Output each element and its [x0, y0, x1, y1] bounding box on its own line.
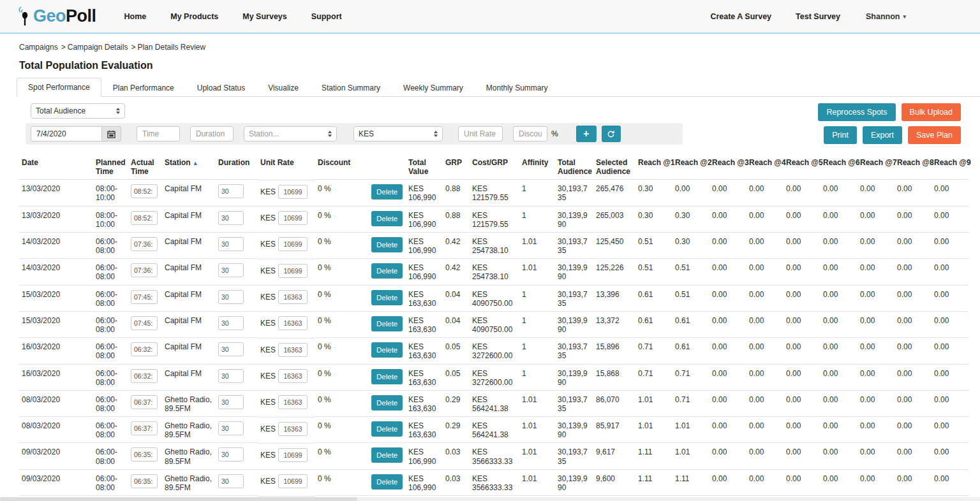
column-header-reach_5[interactable]: Reach @5 — [783, 155, 820, 180]
unit-rate-input[interactable] — [278, 211, 308, 225]
actual-time-input[interactable] — [131, 211, 158, 225]
audience-select[interactable]: Total Audience — [31, 103, 125, 119]
unit-rate-input[interactable] — [278, 237, 308, 251]
refresh-button[interactable] — [602, 126, 621, 142]
duration-input[interactable] — [218, 395, 244, 409]
actual-time-input[interactable] — [131, 395, 158, 409]
column-header-planned[interactable]: Planned Time — [93, 155, 128, 180]
actual-time-input[interactable] — [131, 342, 158, 356]
column-header-grp[interactable]: GRP — [443, 155, 470, 180]
duration-input[interactable] — [218, 342, 244, 356]
duration-input[interactable] — [218, 237, 244, 251]
duration-input[interactable] — [218, 316, 244, 330]
delete-button[interactable]: Delete — [371, 237, 403, 252]
breadcrumb-link-campaigns[interactable]: Campaigns — [19, 43, 58, 52]
save-plan-button[interactable]: Save Plan — [908, 126, 961, 144]
nav-item-test-survey[interactable]: Test Survey — [796, 12, 840, 21]
nav-item-home[interactable]: Home — [124, 12, 147, 21]
delete-button[interactable]: Delete — [371, 184, 403, 200]
duration-input[interactable] — [218, 421, 244, 435]
column-header-reach_8[interactable]: Reach @8 — [895, 155, 932, 180]
column-header-discount[interactable]: Discount — [315, 155, 369, 180]
time-input[interactable] — [137, 126, 180, 142]
column-header-reach_7[interactable]: Reach @7 — [858, 155, 895, 180]
horizontal-scrollbar[interactable] — [0, 497, 980, 501]
actual-time-input[interactable] — [131, 369, 158, 383]
nav-item-support[interactable]: Support — [311, 12, 342, 21]
column-header-reach_3[interactable]: Reach @3 — [709, 155, 746, 180]
column-header-selected_audience[interactable]: Selected Audience — [593, 155, 635, 180]
duration-input[interactable] — [218, 184, 244, 198]
unit-rate-input[interactable] — [278, 448, 308, 462]
station-select[interactable]: Station... — [244, 126, 337, 142]
nav-item-create-a-survey[interactable]: Create A Survey — [710, 12, 771, 21]
actual-time-input[interactable] — [131, 316, 158, 330]
duration-input[interactable] — [190, 126, 234, 142]
actual-time-input[interactable] — [131, 184, 158, 198]
actual-time-input[interactable] — [131, 237, 158, 251]
actual-time-input[interactable] — [131, 290, 158, 304]
column-header-unit_rate[interactable]: Unit Rate — [258, 155, 315, 180]
column-header-total_audience[interactable]: Total Audience — [555, 155, 593, 180]
actual-time-input[interactable] — [131, 474, 158, 488]
user-menu[interactable]: Shannon ▾ — [866, 12, 906, 21]
duration-input[interactable] — [218, 369, 244, 383]
geopoll-logo[interactable]: GeoPoll — [17, 6, 96, 27]
column-header-date[interactable]: Date — [19, 155, 93, 180]
tab-station-summary[interactable]: Station Summary — [310, 78, 392, 97]
actual-time-input[interactable] — [131, 447, 158, 461]
delete-button[interactable]: Delete — [371, 421, 403, 437]
column-header-delete[interactable] — [369, 155, 406, 180]
unit-rate-input[interactable] — [278, 316, 308, 330]
currency-select[interactable]: KES — [353, 126, 443, 142]
column-header-reach_9[interactable]: Reach @9 — [932, 155, 969, 180]
unit-rate-input[interactable] — [278, 474, 308, 488]
tab-spot-performance[interactable]: Spot Performance — [17, 78, 101, 97]
unit-rate-input[interactable] — [278, 343, 308, 357]
delete-button[interactable]: Delete — [371, 474, 403, 490]
tab-weekly-summary[interactable]: Weekly Summary — [392, 78, 475, 97]
delete-button[interactable]: Delete — [371, 369, 403, 384]
actual-time-input[interactable] — [131, 263, 158, 277]
delete-button[interactable]: Delete — [371, 395, 403, 410]
calendar-button[interactable] — [102, 126, 121, 142]
column-header-reach_2[interactable]: Reach @2 — [672, 155, 709, 180]
unit-rate-input[interactable] — [278, 290, 308, 304]
duration-input[interactable] — [218, 290, 244, 304]
unit-rate-input[interactable] — [278, 422, 308, 436]
delete-button[interactable]: Delete — [371, 263, 403, 279]
column-header-actual[interactable]: Actual Time — [128, 155, 162, 180]
tab-visualize[interactable]: Visualize — [256, 78, 310, 97]
breadcrumb-link-campaign-details[interactable]: Campaign Details — [68, 43, 128, 52]
unit-rate-input[interactable] — [278, 369, 308, 383]
breadcrumb-link-plan-details-review[interactable]: Plan Details Review — [137, 43, 205, 52]
add-spot-button[interactable]: + — [576, 126, 597, 142]
discount-input[interactable] — [513, 126, 547, 142]
nav-item-my-products[interactable]: My Products — [170, 12, 218, 21]
column-header-duration[interactable]: Duration — [216, 155, 258, 180]
tab-monthly-summary[interactable]: Monthly Summary — [475, 78, 560, 97]
nav-item-my-surveys[interactable]: My Surveys — [242, 12, 286, 21]
column-header-reach_4[interactable]: Reach @4 — [746, 155, 783, 180]
unit-rate-input[interactable] — [458, 126, 503, 142]
print-button[interactable]: Print — [824, 126, 857, 144]
duration-input[interactable] — [218, 211, 244, 225]
unit-rate-input[interactable] — [278, 185, 308, 199]
duration-input[interactable] — [218, 263, 244, 277]
scrollbar-thumb[interactable] — [0, 497, 357, 501]
actual-time-input[interactable] — [131, 421, 158, 435]
export-button[interactable]: Export — [863, 126, 902, 144]
reprocess-spots-button[interactable]: Reprocess Spots — [818, 103, 895, 121]
column-header-total_value[interactable]: Total Value — [406, 155, 443, 180]
unit-rate-input[interactable] — [278, 395, 308, 409]
column-header-cost_grp[interactable]: Cost/GRP — [470, 155, 519, 180]
date-input[interactable] — [31, 126, 102, 142]
delete-button[interactable]: Delete — [371, 290, 403, 305]
bulk-upload-button[interactable]: Bulk Upload — [902, 103, 961, 121]
duration-input[interactable] — [218, 447, 244, 461]
column-header-affinity[interactable]: Affinity — [519, 155, 555, 180]
column-header-reach_6[interactable]: Reach @6 — [820, 155, 858, 180]
delete-button[interactable]: Delete — [371, 211, 403, 226]
column-header-station[interactable]: Station▲ — [162, 155, 216, 180]
unit-rate-input[interactable] — [278, 264, 308, 278]
